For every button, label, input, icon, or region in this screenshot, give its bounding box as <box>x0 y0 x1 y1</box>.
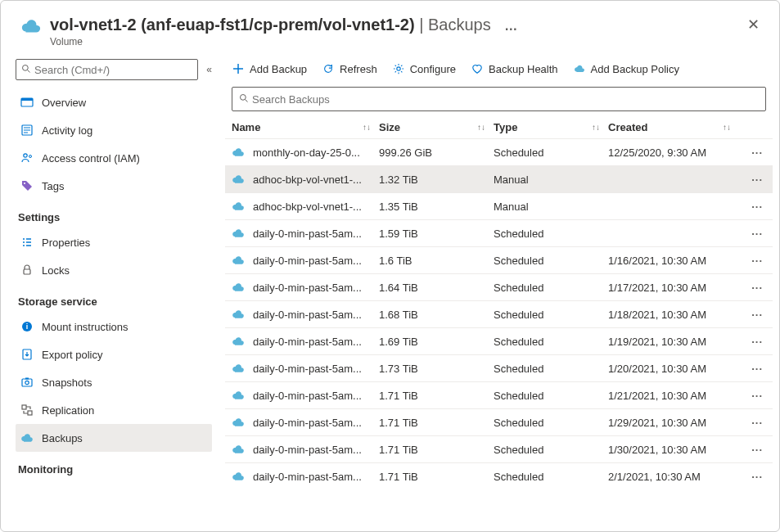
activity-log-icon <box>20 124 34 137</box>
table-row[interactable]: daily-0-min-past-5am...1.73 TiBScheduled… <box>225 354 773 381</box>
sidebar-item-properties[interactable]: Properties <box>16 228 212 256</box>
close-icon[interactable]: ✕ <box>747 16 760 34</box>
configure-button[interactable]: Configure <box>392 62 456 75</box>
row-created: 1/21/2021, 10:30 AM <box>608 390 731 402</box>
page-subtitle: Volume <box>50 36 747 47</box>
nav-label: Overview <box>42 97 86 109</box>
svg-point-6 <box>29 156 32 158</box>
table-row[interactable]: adhoc-bkp-vol-vnet1-...1.35 TiBManual··· <box>225 192 773 219</box>
sidebar-item-snapshots[interactable]: Snapshots <box>16 368 212 396</box>
row-type: Scheduled <box>494 471 608 483</box>
collapse-sidebar-icon[interactable]: « <box>206 64 212 75</box>
row-type: Scheduled <box>494 444 608 456</box>
table-row[interactable]: daily-0-min-past-5am...1.71 TiBScheduled… <box>225 435 773 462</box>
table-row[interactable]: daily-0-min-past-5am...1.69 TiBScheduled… <box>225 327 773 354</box>
snapshots-icon <box>20 376 34 389</box>
row-more-icon[interactable]: ··· <box>748 336 766 348</box>
backup-icon <box>232 389 245 402</box>
row-size: 1.68 TiB <box>379 309 494 321</box>
sidebar-search[interactable] <box>16 59 198 80</box>
backup-health-label: Backup Health <box>489 63 558 75</box>
backup-icon <box>232 173 245 186</box>
sidebar-item-export-policy[interactable]: Export policy <box>16 340 212 368</box>
nav-label: Replication <box>42 404 94 417</box>
table-row[interactable]: daily-0-min-past-5am...1.71 TiBScheduled… <box>225 408 773 435</box>
search-backups[interactable] <box>232 87 766 111</box>
header-more-icon[interactable]: … <box>504 19 518 33</box>
col-size[interactable]: Size <box>379 121 400 133</box>
backup-icon <box>232 227 245 240</box>
sidebar-item-activity-log[interactable]: Activity log <box>16 116 212 144</box>
col-name[interactable]: Name <box>232 121 260 133</box>
row-more-icon[interactable]: ··· <box>748 444 766 456</box>
sort-icon[interactable]: ↑↓ <box>723 123 731 132</box>
nav-label: Backups <box>42 432 83 444</box>
sort-icon[interactable]: ↑↓ <box>477 123 485 132</box>
svg-line-19 <box>246 99 248 101</box>
row-more-icon[interactable]: ··· <box>748 255 766 267</box>
refresh-button[interactable]: Refresh <box>322 62 377 75</box>
table-row[interactable]: daily-0-min-past-5am...1.64 TiBScheduled… <box>225 273 773 300</box>
row-name: daily-0-min-past-5am... <box>253 255 362 267</box>
backup-health-button[interactable]: Backup Health <box>471 62 558 75</box>
sidebar-search-input[interactable] <box>34 64 192 76</box>
title-main: vol-vnet1-2 (anf-euap-fst1/cp-prem/vol-v… <box>50 16 415 34</box>
row-more-icon[interactable]: ··· <box>748 174 766 186</box>
export-policy-icon <box>20 348 34 361</box>
table-row[interactable]: adhoc-bkp-vol-vnet1-...1.32 TiBManual··· <box>225 165 773 192</box>
svg-rect-16 <box>28 411 32 415</box>
row-created: 1/20/2021, 10:30 AM <box>608 363 731 375</box>
col-created[interactable]: Created <box>608 121 647 133</box>
nav-label: Access control (IAM) <box>42 152 140 165</box>
col-type[interactable]: Type <box>494 121 517 133</box>
table-row[interactable]: daily-0-min-past-5am...1.68 TiBScheduled… <box>225 300 773 327</box>
sort-icon[interactable]: ↑↓ <box>592 123 600 132</box>
svg-point-5 <box>24 154 27 157</box>
table-row[interactable]: monthly-on-day-25-0...999.26 GiBSchedule… <box>225 138 773 165</box>
backup-icon <box>232 281 245 294</box>
row-more-icon[interactable]: ··· <box>748 282 766 294</box>
table-row[interactable]: daily-0-min-past-5am...1.71 TiBScheduled… <box>225 462 773 489</box>
nav-label: Properties <box>42 237 90 249</box>
sidebar-item-mount-instructions[interactable]: iMount instructions <box>16 313 212 340</box>
row-more-icon[interactable]: ··· <box>748 363 766 375</box>
row-created: 1/29/2021, 10:30 AM <box>608 417 731 429</box>
access-control-icon <box>20 151 34 165</box>
row-type: Scheduled <box>494 255 608 267</box>
row-type: Manual <box>494 174 608 186</box>
row-more-icon[interactable]: ··· <box>748 390 766 402</box>
row-more-icon[interactable]: ··· <box>748 147 766 159</box>
add-backup-policy-button[interactable]: Add Backup Policy <box>573 62 679 75</box>
plus-icon <box>232 62 245 75</box>
row-name: adhoc-bkp-vol-vnet1-... <box>253 174 362 186</box>
add-backup-label: Add Backup <box>250 63 307 75</box>
sort-icon[interactable]: ↑↓ <box>363 123 371 132</box>
row-type: Scheduled <box>494 417 608 429</box>
backup-icon <box>232 200 245 213</box>
sidebar-item-overview[interactable]: Overview <box>16 88 212 116</box>
volume-icon <box>20 16 42 37</box>
add-backup-button[interactable]: Add Backup <box>232 62 307 75</box>
row-more-icon[interactable]: ··· <box>748 228 766 240</box>
svg-line-1 <box>28 70 30 72</box>
search-backups-input[interactable] <box>252 93 759 106</box>
backup-icon <box>232 362 245 375</box>
row-name: daily-0-min-past-5am... <box>253 282 362 294</box>
table-row[interactable]: daily-0-min-past-5am...1.6 TiBScheduled1… <box>225 246 773 273</box>
backup-icon <box>232 335 245 348</box>
table-row[interactable]: daily-0-min-past-5am...1.59 TiBScheduled… <box>225 219 773 246</box>
sidebar-item-replication[interactable]: Replication <box>16 396 212 424</box>
backups-icon <box>20 431 34 444</box>
sidebar-item-backups[interactable]: Backups <box>16 424 212 452</box>
row-more-icon[interactable]: ··· <box>748 417 766 429</box>
table-row[interactable]: daily-0-min-past-5am...1.71 TiBScheduled… <box>225 381 773 408</box>
sidebar-item-access-control-iam-[interactable]: Access control (IAM) <box>16 144 212 172</box>
row-more-icon[interactable]: ··· <box>748 201 766 213</box>
row-more-icon[interactable]: ··· <box>748 309 766 321</box>
nav-label: Tags <box>42 180 64 192</box>
sidebar-item-tags[interactable]: Tags <box>16 172 212 200</box>
row-more-icon[interactable]: ··· <box>748 471 766 483</box>
sidebar-item-locks[interactable]: Locks <box>16 256 212 284</box>
refresh-label: Refresh <box>340 63 377 75</box>
row-created: 1/30/2021, 10:30 AM <box>608 444 731 456</box>
